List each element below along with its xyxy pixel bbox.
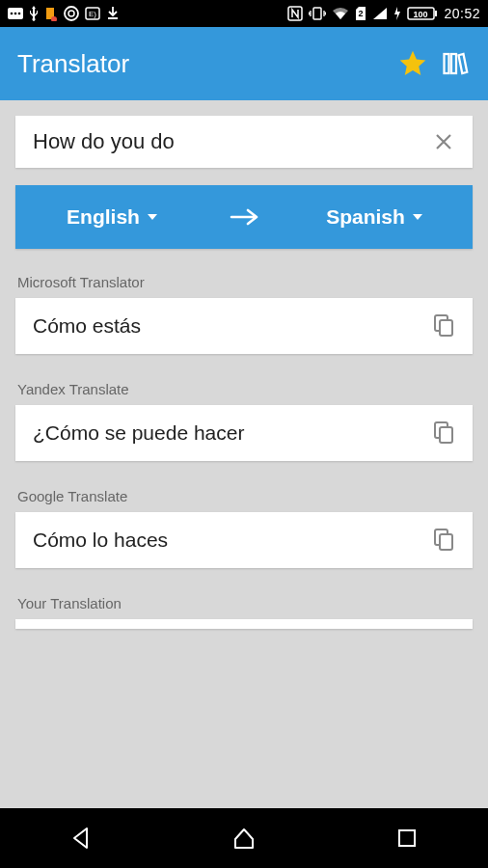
svg-point-2 <box>14 13 17 15</box>
svg-rect-22 <box>440 534 452 550</box>
svg-point-5 <box>65 7 78 20</box>
chevron-down-icon <box>146 210 159 224</box>
badge-icon: E) <box>85 7 100 20</box>
svg-text:100: 100 <box>414 10 428 19</box>
language-bar: English Spanish <box>15 185 473 249</box>
svg-point-1 <box>11 13 14 15</box>
download-icon <box>106 6 120 21</box>
svg-rect-15 <box>445 54 449 73</box>
back-button[interactable] <box>42 819 120 857</box>
source-language-label: English <box>67 205 140 229</box>
wifi-icon <box>332 7 349 20</box>
result-card: Cómo estás <box>15 298 473 354</box>
system-nav-bar <box>0 808 488 868</box>
custom-translation-card[interactable] <box>15 619 473 629</box>
arrow-right-icon <box>228 205 260 229</box>
provider-label: Yandex Translate <box>15 381 473 397</box>
copy-icon[interactable] <box>432 420 455 446</box>
svg-rect-20 <box>440 427 452 443</box>
svg-text:E): E) <box>89 10 96 18</box>
usb-icon <box>29 6 39 21</box>
translation-text: ¿Cómo se puede hacer <box>33 421 432 445</box>
provider-label: Google Translate <box>15 488 473 504</box>
svg-rect-16 <box>451 54 456 73</box>
result-card: Cómo lo haces <box>15 512 473 568</box>
signal-icon <box>372 7 388 20</box>
source-language-button[interactable]: English <box>15 205 210 229</box>
target-language-button[interactable]: Spanish <box>278 205 473 229</box>
input-card: How do you do <box>15 116 473 168</box>
provider-label: Microsoft Translator <box>15 274 473 290</box>
translation-text: Cómo lo haces <box>33 529 432 552</box>
recent-apps-button[interactable] <box>368 819 446 857</box>
svg-point-6 <box>68 11 74 16</box>
page-title: Translator <box>17 49 384 79</box>
nfc-icon <box>287 6 303 21</box>
svg-point-3 <box>18 13 21 15</box>
svg-rect-18 <box>440 320 452 336</box>
svg-rect-10 <box>313 8 321 19</box>
app-bar: Translator <box>0 27 488 100</box>
status-bar: E) 2 100 20:52 <box>0 0 488 27</box>
clear-icon[interactable] <box>432 130 455 153</box>
sim-icon: 2 <box>355 6 366 21</box>
svg-text:2: 2 <box>359 9 364 18</box>
charging-icon <box>393 6 401 21</box>
favorite-icon[interactable] <box>397 48 428 79</box>
copy-icon[interactable] <box>432 528 455 553</box>
clock: 20:52 <box>444 6 480 21</box>
status-left: E) <box>8 6 120 21</box>
translation-text: Cómo estás <box>33 314 432 338</box>
more-icon <box>8 8 23 19</box>
svg-rect-13 <box>435 11 437 16</box>
status-right: 2 100 20:52 <box>287 6 480 21</box>
svg-rect-23 <box>399 830 415 846</box>
chevron-down-icon <box>411 210 424 224</box>
chrome-icon <box>64 6 79 21</box>
library-icon[interactable] <box>442 49 471 78</box>
custom-translation-label: Your Translation <box>15 595 473 611</box>
app-notif-icon <box>44 6 58 21</box>
swap-languages-button[interactable] <box>210 205 278 229</box>
content: How do you do English Spanish Microsoft … <box>0 100 488 644</box>
home-button[interactable] <box>205 819 283 857</box>
copy-icon[interactable] <box>432 313 455 339</box>
target-language-label: Spanish <box>326 205 405 229</box>
battery-icon: 100 <box>407 7 438 20</box>
result-card: ¿Cómo se puede hacer <box>15 405 473 461</box>
source-text-input[interactable]: How do you do <box>33 129 432 154</box>
vibrate-icon <box>309 6 326 21</box>
